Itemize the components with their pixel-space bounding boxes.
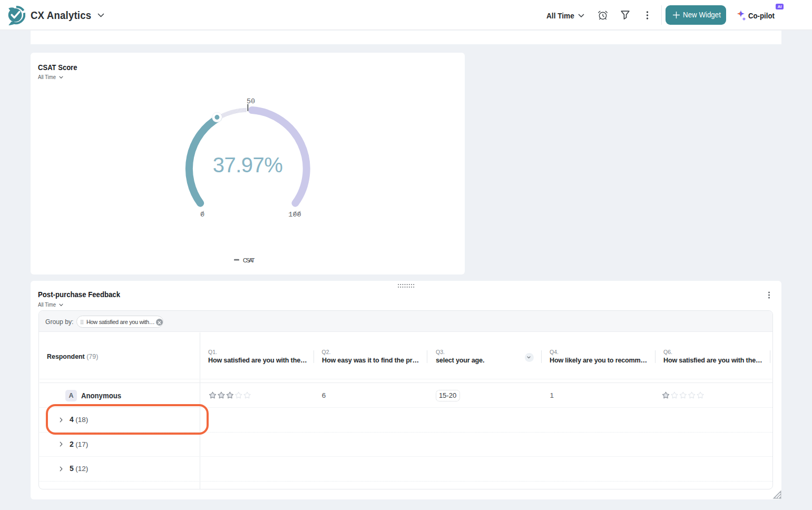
svg-text:0: 0 (200, 211, 204, 219)
svg-text:50: 50 (247, 97, 255, 105)
svg-text:CSAT: CSAT (243, 257, 255, 263)
svg-text:100: 100 (288, 211, 301, 219)
svg-text:37.97%: 37.97% (213, 153, 283, 176)
